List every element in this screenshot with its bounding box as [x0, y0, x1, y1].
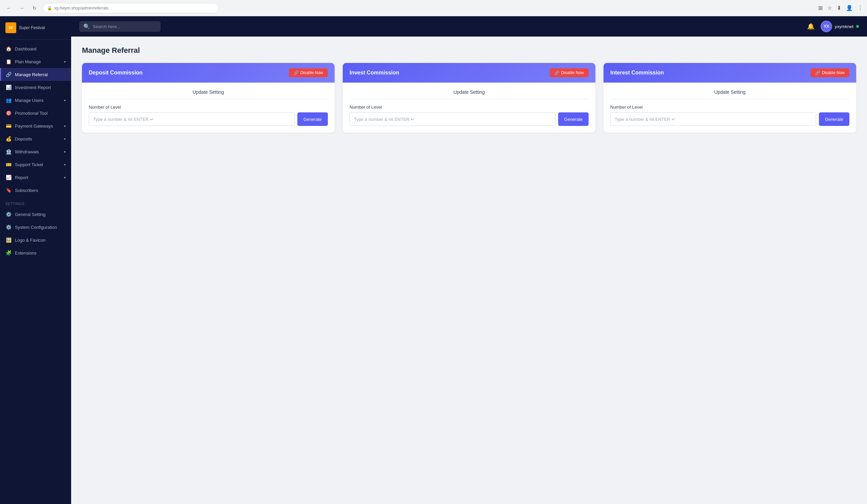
browser-user-icon[interactable]: 👤 [846, 5, 853, 11]
card-body-deposit-commission: Update Setting Number of Level Generate [82, 83, 335, 133]
nav-icon-logo-favicon: 🖼️ [6, 237, 11, 243]
nav-icon-manage-referral: 🔗 [6, 72, 11, 77]
browser-reload-button[interactable]: ↻ [30, 3, 39, 13]
notification-bell-icon[interactable]: 🔔 [807, 23, 814, 30]
search-box[interactable]: 🔍 [79, 21, 161, 32]
search-icon: 🔍 [83, 23, 90, 30]
field-label-invest-commission: Number of Level [350, 105, 589, 110]
chevron-down-icon: ▾ [64, 99, 66, 102]
sidebar-item-logo-favicon[interactable]: 🖼️ Logo & Favicon [0, 233, 71, 246]
update-setting-label-deposit-commission: Update Setting [89, 89, 328, 99]
sidebar-item-promotional-tool[interactable]: 🎯 Promotional Tool [0, 107, 71, 120]
sidebar-item-dashboard[interactable]: 🏠 Dashboard [0, 42, 71, 55]
browser-chrome: ← → ↻ 🔒 xg.hwym.shop/admin/referrals ⊞ ☆… [0, 0, 867, 16]
search-input[interactable] [93, 24, 157, 29]
field-label-deposit-commission: Number of Level [89, 105, 328, 110]
nav-label-promotional-tool: Promotional Tool [15, 111, 66, 116]
nav-icon-system-configuration: ⚙️ [6, 224, 11, 230]
update-setting-label-interest-commission: Update Setting [610, 89, 849, 99]
nav-icon-deposits: 💰 [6, 136, 11, 142]
generate-button-interest-commission[interactable]: Generate [819, 112, 849, 126]
nav-label-withdrawals: Withdrawals [15, 149, 61, 154]
card-header-invest-commission: Invest Commission 🔗 Disable Now [343, 63, 596, 83]
input-row-deposit-commission: Generate [89, 112, 328, 126]
nav-label-system-configuration: System Configuration [15, 225, 66, 230]
sidebar-item-manage-referral[interactable]: 🔗 Manage Referral [0, 68, 71, 81]
link-icon: 🔗 [815, 70, 820, 75]
input-row-invest-commission: Generate [350, 112, 589, 126]
sidebar: SF Super Festival 🏠 Dashboard 📋 Plan Man… [0, 16, 71, 504]
link-icon: 🔗 [554, 70, 559, 75]
nav-label-manage-users: Manage Users [15, 98, 61, 103]
nav-icon-investment-report: 📊 [6, 85, 11, 90]
chevron-down-icon: ▾ [64, 124, 66, 128]
browser-right-icons: ⊞ ☆ ⬇ 👤 ⋮ [818, 5, 863, 11]
generate-button-invest-commission[interactable]: Generate [558, 112, 589, 126]
browser-back-button[interactable]: ← [4, 3, 13, 13]
generate-button-deposit-commission[interactable]: Generate [297, 112, 328, 126]
sidebar-item-system-configuration[interactable]: ⚙️ System Configuration [0, 221, 71, 233]
browser-star-icon[interactable]: ☆ [827, 5, 832, 11]
nav-label-general-setting: General Setting [15, 212, 66, 217]
sidebar-item-withdrawals[interactable]: 🏦 Withdrawals ▾ [0, 145, 71, 158]
settings-section-label: SETTINGS [0, 197, 71, 208]
sidebar-item-general-setting[interactable]: ⚙️ General Setting [0, 208, 71, 221]
disable-now-button-deposit-commission[interactable]: 🔗 Disable Now [289, 68, 328, 77]
chevron-down-icon: ▾ [64, 150, 66, 154]
nav-label-subscribers: Subscribers [15, 188, 66, 193]
nav-label-support-ticket: Support Ticket [15, 162, 61, 167]
chevron-down-icon: ▾ [64, 176, 66, 179]
nav-icon-subscribers: 🔖 [6, 187, 11, 193]
logo-icon: SF [6, 22, 16, 33]
nav-label-plan-manage: Plan Manage [15, 59, 61, 64]
sidebar-item-report[interactable]: 📈 Report ▾ [0, 171, 71, 184]
sidebar-logo: SF Super Festival [0, 16, 71, 40]
number-input-invest-commission[interactable] [350, 112, 555, 126]
avatar: YX [821, 21, 832, 32]
browser-forward-button[interactable]: → [17, 3, 26, 13]
card-title-interest-commission: Interest Commission [610, 70, 664, 76]
nav-icon-support-ticket: 🎫 [6, 162, 11, 167]
card-title-deposit-commission: Deposit Commission [89, 70, 142, 76]
browser-grid-icon[interactable]: ⊞ [818, 5, 823, 11]
nav-label-payment-gateways: Payment Gateways [15, 123, 61, 129]
sidebar-item-subscribers[interactable]: 🔖 Subscribers [0, 184, 71, 197]
disable-now-button-invest-commission[interactable]: 🔗 Disable Now [550, 68, 589, 77]
chevron-down-icon: ▾ [64, 163, 66, 166]
card-deposit-commission: Deposit Commission 🔗 Disable Now Update … [82, 63, 335, 133]
card-header-deposit-commission: Deposit Commission 🔗 Disable Now [82, 63, 335, 83]
nav-icon-report: 📈 [6, 175, 11, 180]
topbar-right: 🔔 YX yxymknet [807, 21, 859, 32]
browser-menu-icon[interactable]: ⋮ [857, 5, 863, 11]
topbar: 🔍 🔔 YX yxymknet [71, 16, 867, 36]
app-wrapper: SF Super Festival 🏠 Dashboard 📋 Plan Man… [0, 16, 867, 504]
card-body-invest-commission: Update Setting Number of Level Generate [343, 83, 596, 133]
number-input-deposit-commission[interactable] [89, 112, 295, 126]
number-input-interest-commission[interactable] [610, 112, 816, 126]
sidebar-item-manage-users[interactable]: 👥 Manage Users ▾ [0, 94, 71, 107]
sidebar-nav: 🏠 Dashboard 📋 Plan Manage ▾ 🔗 Manage Ref… [0, 40, 71, 504]
nav-label-dashboard: Dashboard [15, 46, 66, 52]
card-body-interest-commission: Update Setting Number of Level Generate [603, 83, 856, 133]
sidebar-item-payment-gateways[interactable]: 💳 Payment Gateways ▾ [0, 120, 71, 132]
card-interest-commission: Interest Commission 🔗 Disable Now Update… [603, 63, 856, 133]
card-header-interest-commission: Interest Commission 🔗 Disable Now [603, 63, 856, 83]
nav-label-report: Report [15, 175, 61, 180]
sidebar-item-plan-manage[interactable]: 📋 Plan Manage ▾ [0, 55, 71, 68]
disable-now-button-interest-commission[interactable]: 🔗 Disable Now [811, 68, 849, 77]
sidebar-item-deposits[interactable]: 💰 Deposits ▾ [0, 132, 71, 145]
sidebar-item-extensions[interactable]: 🧩 Extensions [0, 246, 71, 259]
nav-icon-plan-manage: 📋 [6, 59, 11, 64]
nav-label-investment-report: Investment Report [15, 85, 66, 90]
nav-icon-withdrawals: 🏦 [6, 149, 11, 154]
nav-icon-general-setting: ⚙️ [6, 211, 11, 217]
update-setting-label-invest-commission: Update Setting [350, 89, 589, 99]
sidebar-item-investment-report[interactable]: 📊 Investment Report [0, 81, 71, 94]
browser-download-icon[interactable]: ⬇ [837, 5, 841, 11]
nav-icon-manage-users: 👥 [6, 98, 11, 103]
card-title-invest-commission: Invest Commission [350, 70, 399, 76]
chevron-down-icon: ▾ [64, 137, 66, 141]
sidebar-item-support-ticket[interactable]: 🎫 Support Ticket ▾ [0, 158, 71, 171]
address-bar[interactable]: 🔒 xg.hwym.shop/admin/referrals [43, 3, 219, 13]
user-badge[interactable]: YX yxymknet [821, 21, 859, 32]
